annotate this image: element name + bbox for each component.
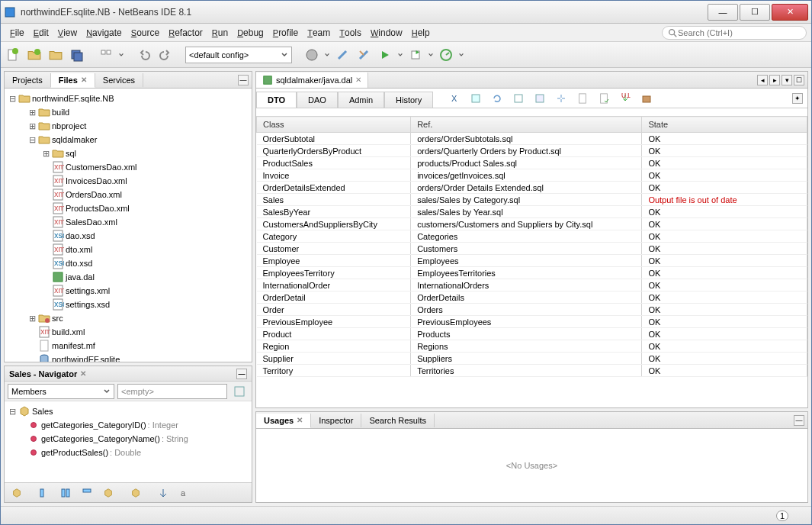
tree-item[interactable]: sqldalmaker — [52, 135, 97, 144]
table-row[interactable]: EmployeesTerritoryEmployeesTerritoriesOK — [257, 267, 807, 279]
nav-tool-1[interactable] — [8, 484, 26, 502]
maximize-button[interactable]: ☐ — [740, 4, 770, 21]
files-tree[interactable]: ⊟northwindEF.sqlite.NB⊞build⊞nbproject⊟s… — [5, 89, 252, 362]
tree-item[interactable]: northwindEF.sqlite — [52, 355, 120, 362]
menu-navigate[interactable]: Navigate — [82, 26, 127, 40]
browser-button[interactable] — [303, 46, 321, 64]
tree-item[interactable]: nbproject — [52, 121, 86, 130]
nav-tool-7[interactable] — [154, 484, 172, 502]
menu-window[interactable]: Window — [366, 26, 407, 40]
prev-tab-button[interactable]: ◂ — [757, 75, 768, 85]
redo-button[interactable] — [156, 46, 175, 64]
tab-dao[interactable]: DAO — [297, 92, 338, 108]
tree-item[interactable]: SalesDao.xml — [66, 217, 117, 227]
close-icon[interactable]: ✕ — [355, 76, 361, 84]
tab-usages[interactable]: Usages✕ — [256, 414, 311, 428]
nav-tool-4[interactable] — [78, 484, 96, 502]
close-icon[interactable]: ✕ — [297, 416, 303, 424]
minimize-panel-button[interactable]: — — [236, 369, 247, 379]
table-row[interactable]: PreviousEmployeePreviousEmployeesOK — [257, 316, 807, 328]
tree-item[interactable]: settings.xml — [66, 286, 110, 295]
subtool-2[interactable] — [467, 89, 485, 108]
global-search[interactable] — [662, 26, 807, 40]
tab-search-results[interactable]: Search Results — [361, 414, 435, 427]
tab-services[interactable]: Services — [95, 73, 143, 87]
tree-item[interactable]: OrdersDao.xml — [66, 190, 122, 199]
tree-item[interactable]: ProductsDao.xml — [66, 204, 130, 213]
profile-button[interactable] — [437, 46, 455, 64]
table-row[interactable]: TerritoryTerritoriesOK — [257, 365, 807, 377]
table-row[interactable]: OrderDetailOrderDetailsOK — [257, 291, 807, 304]
tab-dto[interactable]: DTO — [256, 92, 297, 108]
tab-history[interactable]: History — [384, 92, 433, 108]
members-combo[interactable]: Members — [8, 384, 114, 399]
table-row[interactable]: ProductSalesproducts/Product Sales.sqlOK — [257, 157, 807, 169]
subtool-10[interactable] — [637, 89, 656, 108]
table-row[interactable]: SupplierSuppliersOK — [257, 353, 807, 365]
tree-item[interactable]: CustomersDao.xml — [66, 163, 137, 172]
open-button[interactable] — [47, 46, 65, 64]
nav-tool-8[interactable]: a — [175, 484, 194, 502]
nav-tool-3[interactable] — [56, 484, 75, 502]
tree-item[interactable]: src — [52, 314, 63, 323]
table-row[interactable]: Invoiceinvoices/getInvoices.sqlOK — [257, 169, 807, 182]
menu-file[interactable]: File — [5, 26, 29, 40]
subtool-9[interactable]: 01 — [616, 89, 634, 108]
table-row[interactable]: ProductProductsOK — [257, 328, 807, 340]
nav-tool-2[interactable] — [35, 484, 53, 502]
subtool-1[interactable]: X — [445, 89, 464, 108]
tree-item[interactable]: InvoicesDao.xml — [66, 176, 127, 185]
table-row[interactable]: OrderOrdersOK — [257, 304, 807, 316]
tree-toggle[interactable]: ⊞ — [41, 149, 50, 159]
nav-method[interactable]: getProductSales() — [41, 448, 108, 457]
tab-inspector[interactable]: Inspector — [311, 414, 361, 427]
filter-combo[interactable]: <empty> — [117, 384, 227, 399]
debug-button[interactable] — [406, 46, 425, 64]
nav-method[interactable]: getCategories_CategoryName() — [41, 434, 160, 443]
table-row[interactable]: SalesByYearsales/Sales by Year.sqlOK — [257, 206, 807, 218]
table-row[interactable]: OrderDetailsExtendedorders/Order Details… — [257, 182, 807, 194]
menu-refactor[interactable]: Refactor — [164, 26, 207, 40]
tree-item[interactable]: dao.xsd — [66, 231, 95, 240]
tree-item[interactable]: settings.xsd — [66, 300, 110, 309]
table-row[interactable]: QuarterlyOrdersByProductorders/Quarterly… — [257, 145, 807, 157]
new-project-button[interactable] — [25, 46, 43, 64]
subtool-6[interactable] — [552, 89, 570, 108]
undo-button[interactable] — [135, 46, 153, 64]
config-combo[interactable]: <default config> — [185, 47, 292, 63]
clean-build-button[interactable] — [355, 46, 373, 64]
tree-toggle[interactable]: ⊞ — [27, 108, 37, 118]
run-button[interactable] — [376, 46, 394, 64]
navigator-tree[interactable]: ⊟SalesgetCategories_CategoryID() : Integ… — [5, 401, 252, 482]
tree-item[interactable]: dto.xsd — [66, 259, 92, 268]
nav-tool-5[interactable] — [99, 484, 117, 502]
maximize-editor-button[interactable]: ☐ — [794, 75, 804, 85]
filter-icon[interactable] — [230, 382, 249, 401]
tree-toggle[interactable]: ⊞ — [27, 121, 37, 131]
new-file-button[interactable] — [4, 46, 22, 64]
notification-icon[interactable]: 1 — [776, 511, 788, 521]
tab-projects[interactable]: Projects — [5, 73, 51, 87]
tree-item[interactable]: sql — [66, 149, 76, 158]
subtool-4[interactable] — [509, 89, 528, 108]
menu-source[interactable]: Source — [127, 26, 164, 40]
next-tab-button[interactable]: ▸ — [769, 75, 780, 85]
subtool-3[interactable] — [488, 89, 506, 108]
dashboard-button[interactable] — [97, 46, 115, 64]
expand-icon[interactable]: ✦ — [792, 93, 803, 104]
tab-admin[interactable]: Admin — [338, 92, 384, 108]
table-row[interactable]: InternationalOrderInternationalOrdersOK — [257, 279, 807, 291]
nav-root[interactable]: Sales — [32, 407, 53, 416]
subtool-5[interactable] — [531, 89, 549, 108]
nav-method[interactable]: getCategories_CategoryID() — [41, 420, 146, 430]
tab-files[interactable]: Files✕ — [51, 73, 95, 88]
nav-tool-6[interactable] — [127, 484, 145, 502]
menu-tools[interactable]: Tools — [335, 26, 366, 40]
tree-item[interactable]: build — [52, 108, 69, 117]
minimize-button[interactable]: — — [708, 4, 738, 21]
subtool-7[interactable] — [573, 89, 592, 108]
minimize-panel-button[interactable]: — — [794, 415, 804, 426]
tree-toggle[interactable]: ⊟ — [27, 135, 37, 145]
tree-toggle[interactable]: ⊞ — [27, 314, 37, 324]
menu-profile[interactable]: Profile — [268, 26, 303, 40]
